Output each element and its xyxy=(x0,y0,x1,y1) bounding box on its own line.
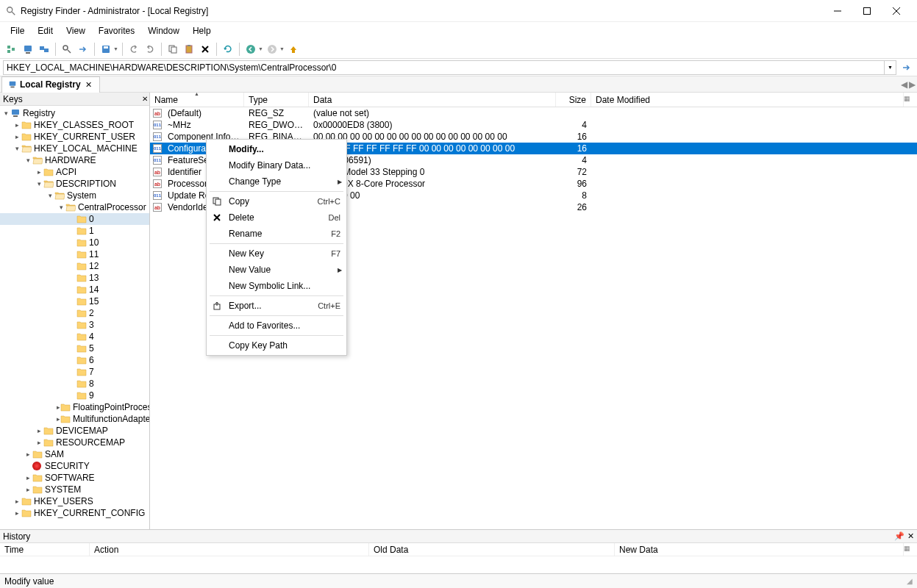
tab-close-icon[interactable]: ✕ xyxy=(84,80,93,90)
history-view-toggle-icon[interactable]: ▦ xyxy=(904,545,914,555)
menu-item[interactable]: New Symbolic Link... xyxy=(207,278,346,294)
menu-favorites[interactable]: Favorites xyxy=(93,24,140,37)
minimize-button[interactable] xyxy=(823,1,852,21)
menu-item[interactable]: New Value▶ xyxy=(207,262,346,278)
tree-node[interactable]: 1 xyxy=(0,225,149,237)
menu-item[interactable]: New KeyF7 xyxy=(207,245,346,262)
menu-item[interactable]: Add to Favorites... xyxy=(207,318,346,334)
tool-fwd-drop-icon[interactable]: ▼ xyxy=(279,46,285,51)
tree-node[interactable]: SECURITY xyxy=(0,460,149,472)
tree-node[interactable]: ▸HKEY_CLASSES_ROOT xyxy=(0,119,149,131)
tree-node[interactable]: ▸SYSTEM xyxy=(0,484,149,495)
hcol-time[interactable]: Time xyxy=(0,543,90,556)
chevron-icon[interactable]: ▸ xyxy=(24,486,32,493)
tool-local-icon[interactable] xyxy=(21,42,35,57)
tree-node-root[interactable]: ▾Registry xyxy=(0,107,149,119)
menu-file[interactable]: File xyxy=(4,24,30,37)
tree-node[interactable]: ▾HKEY_LOCAL_MACHINE xyxy=(0,143,149,154)
chevron-icon[interactable]: ▸ xyxy=(24,451,32,458)
value-row[interactable]: ab(Default)REG_SZ(value not set) xyxy=(150,107,917,119)
history-close-icon[interactable]: ✕ xyxy=(907,531,914,541)
tree-node[interactable]: ▸RESOURCEMAP xyxy=(0,437,149,448)
menu-item[interactable]: RenameF2 xyxy=(207,226,346,242)
tree-node[interactable]: 3 xyxy=(0,319,149,331)
chevron-icon[interactable]: ▾ xyxy=(13,145,21,152)
col-date[interactable]: Date Modified xyxy=(591,93,904,107)
tree-node[interactable]: ▸HKEY_CURRENT_CONFIG xyxy=(0,507,149,519)
menu-edit[interactable]: Edit xyxy=(32,24,59,37)
hcol-new[interactable]: New Data xyxy=(615,543,904,556)
address-input[interactable] xyxy=(3,60,885,75)
chevron-icon[interactable]: ▾ xyxy=(57,204,65,211)
tree-node[interactable]: ▸MultifunctionAdapter xyxy=(0,413,149,425)
tool-save-drop-icon[interactable]: ▼ xyxy=(113,46,118,51)
tool-fwd-icon[interactable] xyxy=(265,42,279,57)
tree-node[interactable]: ▸ACPI xyxy=(0,166,149,178)
tree-node[interactable]: ▾HARDWARE xyxy=(0,154,149,166)
tree-node[interactable]: ▾DESCRIPTION xyxy=(0,178,149,190)
chevron-icon[interactable]: ▸ xyxy=(24,474,32,481)
tool-refresh-icon[interactable] xyxy=(221,42,235,57)
col-name[interactable]: Name ▲ xyxy=(150,93,244,107)
tool-connect-icon[interactable] xyxy=(4,42,19,57)
tree-node[interactable]: 11 xyxy=(0,248,149,260)
value-row[interactable]: 011~MHzREG_DWORD0x00000ED8 (3800)4 xyxy=(150,119,917,131)
tree-node[interactable]: 7 xyxy=(0,366,149,378)
tree-node[interactable]: 0 xyxy=(0,213,149,225)
menu-help[interactable]: Help xyxy=(187,24,217,37)
tree-node[interactable]: 10 xyxy=(0,237,149,248)
tree-node[interactable]: 5 xyxy=(0,343,149,354)
tool-goto-icon[interactable] xyxy=(76,42,90,57)
tool-back-icon[interactable] xyxy=(243,42,258,57)
tool-copy-icon[interactable] xyxy=(165,42,180,57)
address-dropdown-icon[interactable]: ▼ xyxy=(885,60,896,75)
tree-node[interactable]: 15 xyxy=(0,295,149,307)
tree-node[interactable]: 13 xyxy=(0,272,149,284)
chevron-icon[interactable]: ▾ xyxy=(35,180,43,187)
tree-node[interactable]: ▸HKEY_USERS xyxy=(0,495,149,507)
chevron-icon[interactable]: ▸ xyxy=(35,168,43,176)
tool-redo-icon[interactable] xyxy=(143,42,157,57)
chevron-icon[interactable]: ▾ xyxy=(46,192,54,199)
tree-node[interactable]: 12 xyxy=(0,260,149,272)
menu-item[interactable]: Export...Ctrl+E xyxy=(207,298,346,314)
tree-node[interactable]: ▸SAM xyxy=(0,448,149,460)
menu-item[interactable]: Modify... xyxy=(207,141,346,157)
tool-save-icon[interactable] xyxy=(99,42,113,57)
panel-close-icon[interactable]: ✕ xyxy=(142,95,148,103)
chevron-icon[interactable]: ▾ xyxy=(24,157,32,164)
go-button-icon[interactable] xyxy=(899,60,914,75)
tool-paste-icon[interactable] xyxy=(182,42,196,57)
menu-item[interactable]: Change Type▶ xyxy=(207,173,346,190)
chevron-icon[interactable]: ▸ xyxy=(13,133,21,140)
tool-undo-icon[interactable] xyxy=(126,42,141,57)
tab-prev-icon[interactable]: ◀ xyxy=(901,79,907,90)
tree-node[interactable]: ▾System xyxy=(0,190,149,201)
registry-tree[interactable]: ▾Registry▸HKEY_CLASSES_ROOT▸HKEY_CURRENT… xyxy=(0,106,149,529)
col-type[interactable]: Type xyxy=(244,93,309,107)
col-data[interactable]: Data xyxy=(309,93,556,107)
values-list[interactable]: ab(Default)REG_SZ(value not set)011~MHzR… xyxy=(150,107,917,529)
tree-node[interactable]: 4 xyxy=(0,331,149,343)
tree-node[interactable]: 9 xyxy=(0,390,149,401)
tree-node[interactable]: ▾CentralProcessor xyxy=(0,201,149,213)
tool-remote-icon[interactable] xyxy=(37,42,51,57)
tree-node[interactable]: ▸DEVICEMAP xyxy=(0,425,149,437)
tree-node[interactable]: ▸SOFTWARE xyxy=(0,472,149,484)
tool-find-icon[interactable] xyxy=(60,42,74,57)
tree-node[interactable]: 6 xyxy=(0,354,149,366)
maximize-button[interactable] xyxy=(852,1,882,21)
resize-grip-icon[interactable]: ◢ xyxy=(907,577,913,585)
menu-item[interactable]: CopyCtrl+C xyxy=(207,193,346,209)
chevron-icon[interactable]: ▸ xyxy=(35,427,43,434)
tree-node[interactable]: ▸HKEY_CURRENT_USER xyxy=(0,131,149,143)
tool-back-drop-icon[interactable]: ▼ xyxy=(258,46,263,51)
col-size[interactable]: Size xyxy=(556,93,591,107)
tree-node[interactable]: 8 xyxy=(0,378,149,390)
menu-view[interactable]: View xyxy=(60,24,91,37)
view-toggle-icon[interactable]: ▦ xyxy=(904,95,914,105)
chevron-icon[interactable]: ▸ xyxy=(13,121,21,129)
tool-delete-icon[interactable] xyxy=(198,42,213,57)
tree-node[interactable]: 2 xyxy=(0,307,149,319)
hcol-old[interactable]: Old Data xyxy=(369,543,615,556)
